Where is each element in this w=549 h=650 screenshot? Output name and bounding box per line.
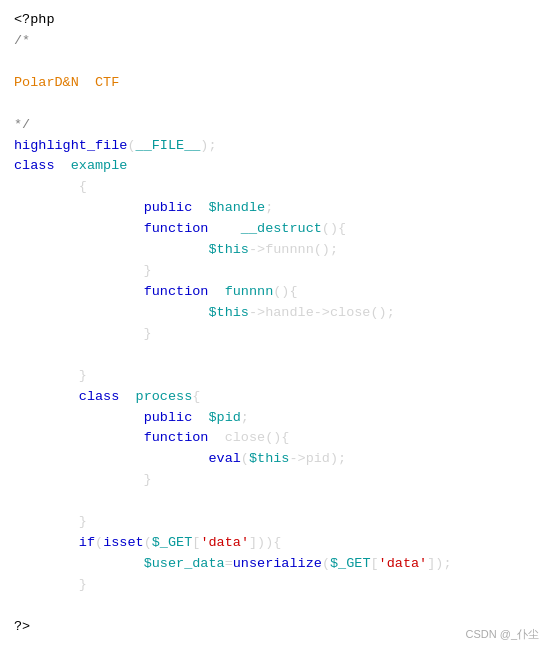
code-line: function __destruct(){ xyxy=(14,219,535,240)
watermark: CSDN @_仆尘 xyxy=(465,627,539,642)
code-line: function funnnn(){ xyxy=(14,282,535,303)
code-line xyxy=(14,491,535,512)
code-line: eval($this->pid); xyxy=(14,449,535,470)
code-line: <?php xyxy=(14,10,535,31)
code-line: } xyxy=(14,261,535,282)
code-line: $this->handle->close(); xyxy=(14,303,535,324)
code-line: $user_data=unserialize($_GET['data']); xyxy=(14,554,535,575)
code-line: } xyxy=(14,470,535,491)
code-line: { xyxy=(14,177,535,198)
code-line: class example xyxy=(14,156,535,177)
code-line xyxy=(14,52,535,73)
code-line xyxy=(14,94,535,115)
code-line: $this->funnnn(); xyxy=(14,240,535,261)
code-line: highlight_file(__FILE__); xyxy=(14,136,535,157)
code-line: */ xyxy=(14,115,535,136)
code-line: public $handle; xyxy=(14,198,535,219)
code-line: ?> xyxy=(14,617,535,638)
code-line: function close(){ xyxy=(14,428,535,449)
code-line: } xyxy=(14,366,535,387)
code-line xyxy=(14,596,535,617)
code-line: PolarD&N CTF xyxy=(14,73,535,94)
code-content: <?php/* PolarD&N CTF */highlight_file(__… xyxy=(14,10,535,638)
code-line: /* xyxy=(14,31,535,52)
code-viewer: <?php/* PolarD&N CTF */highlight_file(__… xyxy=(0,0,549,650)
code-line: if(isset($_GET['data'])){ xyxy=(14,533,535,554)
code-line: class process{ xyxy=(14,387,535,408)
code-line: } xyxy=(14,512,535,533)
code-line: public $pid; xyxy=(14,408,535,429)
code-line: } xyxy=(14,575,535,596)
code-line xyxy=(14,345,535,366)
code-line: } xyxy=(14,324,535,345)
